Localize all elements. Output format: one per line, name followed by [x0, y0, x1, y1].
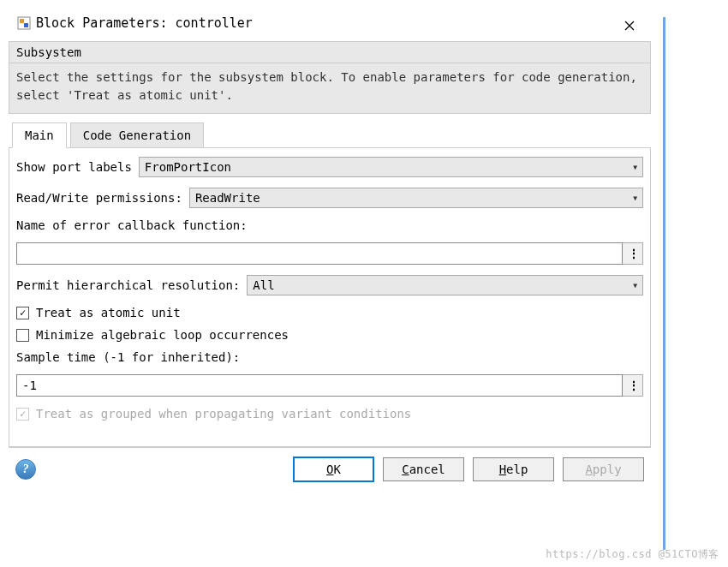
- watermark: https://blog.csd @51CTO博客: [546, 547, 719, 562]
- minimize-loop-label: Minimize algebraic loop occurrences: [36, 328, 289, 342]
- tab-bar: Main Code Generation: [9, 122, 651, 148]
- show-port-labels-label: Show port labels: [16, 160, 132, 174]
- window-title: Block Parameters: controller: [36, 15, 253, 31]
- treat-grouped-label: Treat as grouped when propagating varian…: [36, 407, 411, 421]
- close-button[interactable]: [617, 17, 642, 34]
- tab-main[interactable]: Main: [12, 122, 67, 148]
- minimize-loop-checkbox[interactable]: [16, 329, 29, 342]
- sample-time-label: Sample time (-1 for inherited):: [16, 350, 240, 364]
- ok-button[interactable]: OK: [293, 457, 374, 482]
- svg-rect-1: [20, 19, 24, 23]
- ok-label-tail: K: [334, 463, 341, 476]
- treat-atomic-checkbox[interactable]: [16, 307, 29, 319]
- app-icon: [17, 16, 31, 30]
- apply-label-tail: pply: [593, 463, 622, 476]
- section-description: Select the settings for the subsystem bl…: [9, 63, 651, 114]
- cancel-button[interactable]: Cancel: [383, 457, 464, 481]
- button-bar: ? OK Cancel Help Apply: [9, 447, 651, 491]
- tab-code-generation[interactable]: Code Generation: [70, 122, 204, 147]
- treat-grouped-checkbox: [16, 408, 29, 421]
- dialog-window: Block Parameters: controller Subsystem S…: [9, 9, 651, 491]
- help-icon[interactable]: ?: [15, 459, 36, 480]
- chevron-down-icon: ▼: [633, 282, 637, 289]
- treat-atomic-label: Treat as atomic unit: [36, 306, 181, 319]
- hier-res-value: All: [253, 278, 274, 292]
- side-scrollbar: [663, 17, 665, 550]
- section-header: Subsystem: [9, 41, 651, 63]
- hier-res-dropdown[interactable]: All ▼: [247, 275, 643, 295]
- show-port-labels-value: FromPortIcon: [145, 160, 231, 174]
- tab-content-main: Show port labels FromPortIcon ▼ Read/Wri…: [9, 148, 651, 447]
- sample-time-input[interactable]: [16, 374, 623, 397]
- sample-time-more-button[interactable]: ⋮: [623, 374, 643, 397]
- error-cb-label: Name of error callback function:: [16, 218, 248, 232]
- help-label-tail: elp: [506, 463, 528, 476]
- chevron-down-icon: ▼: [633, 194, 637, 202]
- help-button[interactable]: Help: [473, 457, 554, 481]
- show-port-labels-dropdown[interactable]: FromPortIcon ▼: [139, 157, 643, 177]
- rw-perm-dropdown[interactable]: ReadWrite ▼: [189, 188, 643, 208]
- error-cb-input[interactable]: [16, 242, 623, 265]
- cancel-label-tail: ancel: [409, 463, 445, 476]
- hier-res-label: Permit hierarchical resolution:: [16, 278, 240, 292]
- apply-button: Apply: [563, 457, 644, 481]
- titlebar: Block Parameters: controller: [9, 9, 651, 38]
- svg-rect-2: [24, 23, 28, 27]
- chevron-down-icon: ▼: [633, 164, 637, 171]
- rw-perm-label: Read/Write permissions:: [16, 191, 182, 205]
- error-cb-more-button[interactable]: ⋮: [623, 242, 643, 265]
- rw-perm-value: ReadWrite: [195, 191, 260, 205]
